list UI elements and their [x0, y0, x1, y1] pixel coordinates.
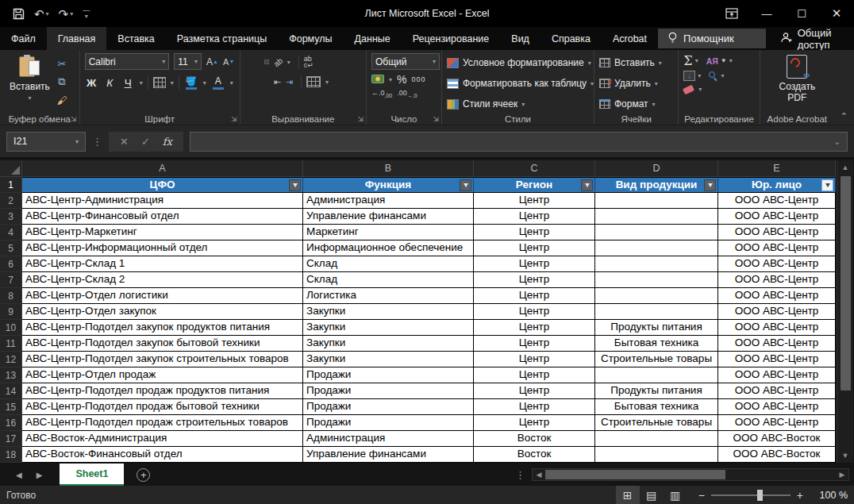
column-header-D[interactable]: D — [595, 160, 718, 177]
scroll-up-icon[interactable]: ▲ — [837, 160, 853, 175]
name-box[interactable]: I21▾ — [6, 132, 86, 152]
cell[interactable]: ООО АВС-Центр — [718, 209, 836, 225]
copy-icon[interactable]: ⧉ — [55, 75, 69, 89]
underline-dropdown-icon[interactable]: ▾ — [140, 79, 143, 87]
align-right-icon[interactable] — [264, 79, 269, 84]
cell[interactable]: ООО АВС-Центр — [718, 256, 836, 272]
tab-3[interactable]: Формулы — [278, 27, 343, 50]
clear-icon[interactable] — [683, 84, 694, 94]
table-header-cell[interactable]: ЦФО — [22, 177, 303, 193]
sort-filter-dropdown-icon[interactable]: ▾ — [729, 57, 733, 64]
cell[interactable]: Склад — [303, 256, 474, 272]
cell[interactable]: АВС-Центр-Подотдел продаж строительных т… — [22, 415, 303, 431]
autosum-dropdown-icon[interactable]: ▾ — [695, 57, 698, 64]
cell[interactable]: Строительные товары — [595, 352, 718, 367]
sort-filter-icon[interactable]: АЯ — [706, 56, 718, 66]
clipboard-dialog-launcher-icon[interactable]: ⇲ — [71, 115, 77, 123]
tab-0[interactable]: Главная — [47, 27, 107, 50]
format-painter-icon[interactable]: 🖌 — [55, 93, 69, 107]
cell[interactable]: Информационное обеспечение — [303, 240, 474, 256]
merge-center-dropdown-icon[interactable]: ▾ — [325, 79, 329, 86]
cell[interactable]: Центр — [474, 272, 595, 288]
column-header-A[interactable]: A — [22, 160, 303, 177]
tab-5[interactable]: Рецензирование — [402, 27, 501, 50]
cell[interactable]: Управление финансами — [303, 447, 474, 463]
undo-dropdown-icon[interactable]: ▾ — [46, 10, 49, 17]
cell[interactable]: ООО АВС-Восток — [718, 447, 836, 463]
create-pdf-button[interactable]: ∞ Создать PDF — [769, 53, 825, 105]
decrease-decimal-icon[interactable]: .00→,0 — [397, 89, 417, 98]
cell[interactable]: Управление финансами — [303, 209, 474, 225]
zoom-slider-thumb[interactable] — [757, 490, 763, 501]
cell[interactable]: АВС-Центр-Маркетинг — [22, 225, 303, 240]
customize-qat-icon[interactable]: —▾ — [83, 9, 90, 18]
cell[interactable]: ООО АВС-Центр — [718, 240, 836, 256]
font-color-dropdown-icon[interactable]: ▾ — [230, 79, 233, 87]
cell[interactable]: Центр — [474, 193, 595, 209]
cell[interactable]: ООО АВС-Центр — [718, 288, 836, 304]
expand-formula-bar-icon[interactable]: ⌄ — [834, 137, 841, 146]
merge-center-icon[interactable] — [306, 76, 321, 87]
cell[interactable]: Центр — [474, 367, 595, 383]
cell[interactable]: Центр — [474, 352, 595, 367]
cell[interactable]: Продажи — [303, 383, 474, 399]
cell[interactable]: Центр — [474, 209, 595, 225]
tab-1[interactable]: Вставка — [106, 27, 165, 50]
row-header-1[interactable]: 1 — [0, 177, 22, 193]
insert-function-icon[interactable]: fx — [163, 136, 172, 148]
find-dropdown-icon[interactable]: ▾ — [721, 72, 724, 79]
bold-button[interactable]: Ж — [85, 77, 98, 89]
autosum-icon[interactable]: Σ — [683, 53, 692, 68]
row-header-12[interactable]: 12 — [0, 352, 22, 367]
page-break-view-icon[interactable]: ▥ — [664, 486, 687, 504]
row-header-14[interactable]: 14 — [0, 383, 22, 399]
column-header-E[interactable]: E — [718, 160, 836, 177]
vertical-scroll-thumb[interactable] — [841, 176, 851, 391]
cell[interactable] — [595, 272, 718, 288]
ribbon-display-options-icon[interactable] — [714, 0, 749, 27]
cell[interactable] — [595, 209, 718, 225]
cell-styles-button[interactable]: Стили ячеек▾ — [447, 96, 594, 112]
borders-icon[interactable] — [153, 77, 166, 88]
zoom-in-icon[interactable]: + — [797, 489, 803, 502]
cell[interactable] — [595, 447, 718, 463]
align-middle-icon[interactable] — [255, 60, 260, 64]
formula-input[interactable]: ⌄ — [190, 132, 848, 152]
close-button[interactable]: ✕ — [819, 0, 854, 27]
wrap-text-icon[interactable]: abc↵ — [304, 56, 314, 68]
filter-dropdown-icon[interactable] — [704, 179, 716, 191]
cell[interactable]: Маркетинг — [303, 225, 474, 240]
cell[interactable]: Администрация — [303, 193, 474, 209]
row-header-13[interactable]: 13 — [0, 367, 22, 383]
number-format-combo[interactable]: Общий▾ — [371, 53, 440, 70]
formula-bar-handle-icon[interactable]: ⋮ — [92, 136, 102, 148]
cell[interactable]: ООО АВС-Центр — [718, 415, 836, 431]
find-select-icon[interactable] — [709, 71, 718, 81]
cell[interactable]: ООО АВС-Центр — [718, 272, 836, 288]
align-center-icon[interactable] — [255, 79, 260, 84]
row-header-7[interactable]: 7 — [0, 272, 22, 288]
tab-7[interactable]: Справка — [540, 27, 602, 50]
cell[interactable]: Продукты питания — [595, 320, 718, 336]
cell[interactable]: Склад — [303, 272, 474, 288]
fill-color-icon[interactable]: 🪣 — [184, 76, 198, 90]
increase-font-icon[interactable]: A▲ — [206, 55, 218, 69]
cell[interactable]: АВС-Центр-Администрация — [22, 193, 303, 209]
scroll-down-icon[interactable]: ▼ — [837, 448, 853, 463]
paste-dropdown-icon[interactable]: ▾ — [28, 94, 31, 102]
cell[interactable]: ООО АВС-Центр — [718, 399, 836, 415]
confirm-entry-icon[interactable]: ✓ — [141, 136, 150, 148]
cell[interactable]: АВС-Центр-Подотдел продаж бытовой техник… — [22, 399, 303, 415]
scroll-right-icon[interactable]: ▶ — [836, 471, 848, 479]
cell[interactable]: ООО АВС-Центр — [718, 352, 836, 367]
cell[interactable]: Администрация — [303, 431, 474, 447]
cell[interactable]: Центр — [474, 336, 595, 352]
tab-6[interactable]: Вид — [500, 27, 540, 50]
cell[interactable]: Центр — [474, 399, 595, 415]
font-name-combo[interactable]: Calibri▾ — [85, 53, 170, 70]
cell[interactable] — [595, 431, 718, 447]
table-header-cell[interactable]: Регион — [474, 177, 595, 193]
conditional-formatting-button[interactable]: Условное форматирование▾ — [447, 55, 594, 71]
collapse-ribbon-icon[interactable]: ⌃ — [837, 111, 854, 125]
filter-dropdown-icon[interactable] — [289, 179, 301, 191]
